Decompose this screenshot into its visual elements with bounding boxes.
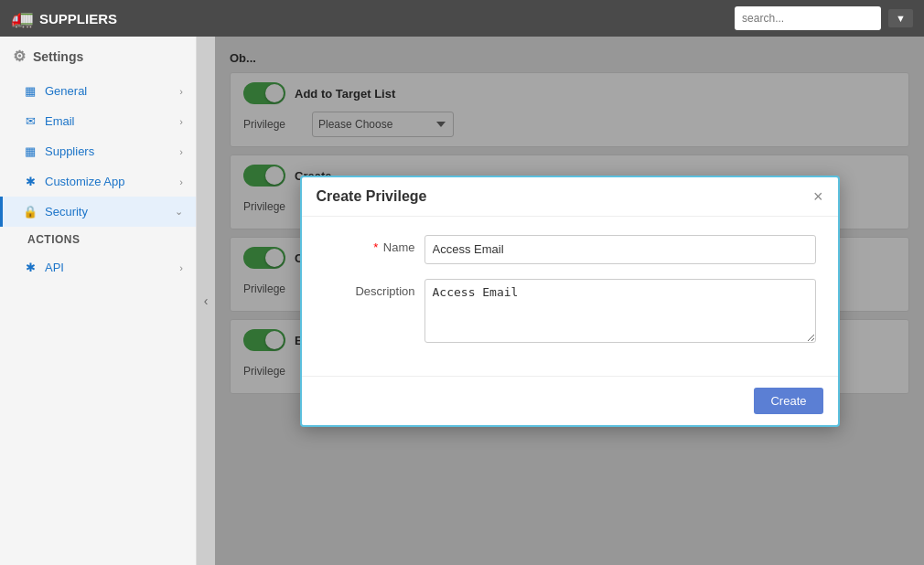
sidebar-item-suppliers[interactable]: ▦ Suppliers › xyxy=(0,136,196,166)
create-privilege-modal: Create Privilege × * Name Description Ac… xyxy=(300,176,840,427)
sidebar-item-api[interactable]: ✱ API › xyxy=(0,252,196,282)
modal-footer: Create xyxy=(302,376,838,425)
name-input[interactable] xyxy=(424,235,816,264)
settings-header: ⚙ Settings xyxy=(0,37,196,76)
sidebar-item-label: Suppliers xyxy=(45,144,94,158)
settings-label: Settings xyxy=(33,49,83,64)
create-button[interactable]: Create xyxy=(754,388,822,414)
modal-overlay: Create Privilege × * Name Description Ac… xyxy=(215,37,924,565)
main-layout: ⚙ Settings ▦ General › ✉ Email › ▦ Suppl… xyxy=(0,37,924,565)
truck-icon: 🚛 xyxy=(11,7,34,29)
chevron-right-icon: › xyxy=(179,262,183,273)
modal-title: Create Privilege xyxy=(317,188,427,205)
email-icon: ✉ xyxy=(23,114,38,128)
sidebar-item-label: Security xyxy=(45,205,88,219)
app-logo: 🚛 SUPPLIERS xyxy=(11,7,117,29)
modal-header: Create Privilege × xyxy=(302,177,838,217)
modal-close-button[interactable]: × xyxy=(813,188,823,205)
general-icon: ▦ xyxy=(23,84,38,98)
api-icon: ✱ xyxy=(23,261,38,274)
chevron-right-icon: › xyxy=(179,146,183,157)
modal-body: * Name Description Access Email xyxy=(302,217,838,376)
security-icon: 🔒 xyxy=(23,205,38,219)
sidebar-item-label: API xyxy=(45,261,64,274)
collapse-panel: ‹ xyxy=(197,37,215,565)
actions-subsection: Actions xyxy=(0,227,196,252)
chevron-right-icon: › xyxy=(179,176,183,187)
customize-icon: ✱ xyxy=(23,175,38,188)
sidebar-item-email[interactable]: ✉ Email › xyxy=(0,106,196,136)
sidebar-item-security[interactable]: 🔒 Security ⌄ xyxy=(0,197,196,227)
description-label: Description xyxy=(324,279,415,298)
sidebar-item-label: General xyxy=(45,84,87,98)
sidebar-item-label: Customize App xyxy=(45,175,124,188)
content-area: Ob... Add to Target List Privilege Pleas… xyxy=(215,37,924,565)
name-label: * Name xyxy=(324,235,415,254)
top-bar: 🚛 SUPPLIERS ▼ xyxy=(0,0,924,37)
sidebar: ⚙ Settings ▦ General › ✉ Email › ▦ Suppl… xyxy=(0,37,197,565)
required-star: * xyxy=(373,240,378,254)
chevron-down-icon: ⌄ xyxy=(175,206,183,218)
top-bar-right: ▼ xyxy=(735,6,913,30)
description-field-row: Description Access Email xyxy=(324,279,816,343)
sidebar-item-general[interactable]: ▦ General › xyxy=(0,76,196,106)
search-input[interactable] xyxy=(735,6,881,30)
sidebar-item-label: Email xyxy=(45,114,75,128)
gear-icon: ⚙ xyxy=(13,48,26,65)
chevron-right-icon: › xyxy=(179,86,183,97)
name-field-row: * Name xyxy=(324,235,816,264)
app-name: SUPPLIERS xyxy=(39,11,117,27)
chevron-right-icon: › xyxy=(179,116,183,127)
description-textarea[interactable]: Access Email xyxy=(424,279,816,343)
dropdown-button[interactable]: ▼ xyxy=(888,9,913,27)
sidebar-item-customize-app[interactable]: ✱ Customize App › xyxy=(0,166,196,197)
collapse-button[interactable]: ‹ xyxy=(197,37,215,565)
suppliers-icon: ▦ xyxy=(23,144,38,158)
